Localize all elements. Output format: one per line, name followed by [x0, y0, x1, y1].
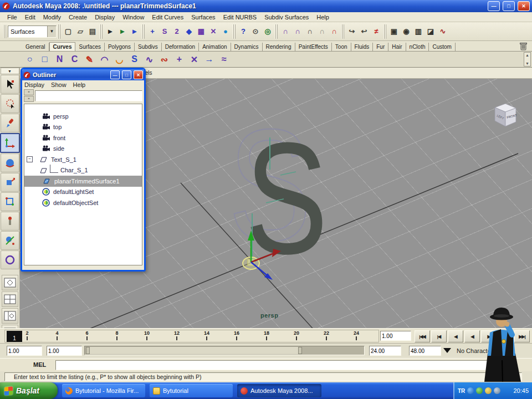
offset-curve-icon[interactable]: ≈: [217, 52, 232, 66]
shelf-tab-general[interactable]: General: [22, 43, 49, 51]
outliner-window[interactable]: Outliner — □ ✕ Display Show Help » » per…: [21, 68, 146, 272]
shelf-tab-hair[interactable]: Hair: [388, 43, 406, 51]
range-end-handle[interactable]: [298, 347, 302, 354]
menu-edit-curves[interactable]: Edit Curves: [148, 13, 187, 21]
snap-curve-icon[interactable]: ∩: [291, 25, 304, 38]
rotate-tool-button[interactable]: [1, 154, 19, 172]
frame-tick[interactable]: 4: [42, 330, 72, 342]
ep-curve-icon[interactable]: C: [67, 52, 82, 66]
play-backwards-button[interactable]: ◀: [464, 330, 480, 342]
taskbar-item-folder[interactable]: Bytutorial: [150, 384, 233, 397]
shelf-tab-surfaces[interactable]: Surfaces: [75, 43, 104, 51]
collapse-expander-icon[interactable]: −: [27, 156, 33, 162]
make-live-icon[interactable]: ∩: [328, 25, 340, 38]
mask-curves-icon[interactable]: 2: [171, 25, 183, 38]
attach-curves-icon[interactable]: ∾: [157, 52, 172, 66]
highlight-selection-icon[interactable]: ?: [237, 25, 249, 38]
nurbs-circle-icon[interactable]: ○: [22, 52, 37, 66]
minimize-button[interactable]: —: [488, 1, 500, 11]
outliner-title-bar[interactable]: Outliner — □ ✕: [22, 69, 144, 80]
outliner-item-defaultlightset[interactable]: defaultLightSet: [24, 187, 142, 198]
outliner-item-planartrimmedsurface1[interactable]: planarTrimmedSurface1: [24, 176, 142, 187]
mask-handles-icon[interactable]: +: [146, 25, 158, 38]
shelf-tab-fluids[interactable]: Fluids: [351, 43, 374, 51]
snap-grid-icon[interactable]: ∩: [279, 25, 291, 38]
outliner-filter-input[interactable]: [35, 90, 142, 101]
menu-file[interactable]: File: [3, 13, 21, 21]
outliner-item-persp[interactable]: persp: [24, 111, 142, 122]
frame-tick[interactable]: 20: [282, 330, 311, 342]
construction-history-icon[interactable]: ≠: [370, 25, 382, 38]
mask-surfaces-icon[interactable]: ◆: [183, 25, 195, 38]
save-scene-icon[interactable]: ▤: [86, 25, 99, 38]
layout-persp-outliner-button[interactable]: [2, 308, 18, 324]
taskbar-item-firefox[interactable]: Bytutorial - Mozilla Fir...: [62, 384, 145, 397]
statusline-grip[interactable]: [3, 25, 6, 38]
render-settings-icon[interactable]: ▥: [412, 25, 424, 38]
bezier-curve-icon[interactable]: S: [127, 52, 142, 66]
select-hierarchy-icon[interactable]: ►: [104, 25, 116, 38]
range-start-handle[interactable]: [86, 347, 90, 354]
last-tool-button[interactable]: [1, 250, 19, 269]
paint-effects-panel-icon[interactable]: ∿: [437, 25, 449, 38]
nurbs-square-icon[interactable]: □: [37, 52, 52, 66]
menu-create[interactable]: Create: [65, 13, 91, 21]
select-object-icon[interactable]: ►: [116, 25, 129, 38]
tray-app-icon[interactable]: [476, 387, 483, 394]
layout-four-pane-button[interactable]: [2, 291, 18, 307]
frame-tick[interactable]: 24: [341, 330, 371, 342]
menu-help[interactable]: Help: [313, 13, 333, 21]
frame-tick[interactable]: 22: [311, 330, 341, 342]
shelf-tab-toon[interactable]: Toon: [332, 43, 351, 51]
select-component-icon[interactable]: ►: [129, 25, 141, 38]
menu-display[interactable]: Display: [91, 13, 119, 21]
frame-tick[interactable]: 12: [162, 330, 192, 342]
outliner-item-char-s-1[interactable]: Char_S_1: [24, 165, 142, 176]
shelf-tab-custom[interactable]: Custom: [429, 43, 455, 51]
shelf-tab-subdivs[interactable]: Subdivs: [135, 43, 162, 51]
menu-edit-nurbs[interactable]: Edit NURBS: [219, 13, 261, 21]
menu-edit[interactable]: Edit: [21, 13, 39, 21]
lock-selection-icon[interactable]: ⊙: [249, 25, 262, 38]
messenger-icon[interactable]: [485, 387, 492, 394]
outliner-item-front[interactable]: front: [24, 132, 142, 144]
group-collapser[interactable]: [275, 24, 278, 39]
menu-modify[interactable]: Modify: [39, 13, 65, 21]
group-collapser[interactable]: [383, 24, 387, 39]
go-to-start-button[interactable]: |◀◀: [415, 330, 430, 342]
start-button[interactable]: Başlat: [0, 382, 58, 399]
outliner-menu-help[interactable]: Help: [73, 81, 89, 88]
frame-tick[interactable]: 14: [192, 330, 222, 342]
outliner-item-side[interactable]: side: [24, 144, 142, 155]
outliner-menu-display[interactable]: Display: [24, 81, 48, 88]
shelf-scroll[interactable]: ▲▼: [524, 52, 531, 66]
current-frame-indicator[interactable]: 1: [7, 331, 22, 342]
cv-curve-icon[interactable]: N: [52, 52, 67, 66]
close-button[interactable]: ✕: [518, 1, 530, 11]
shelf-tab-dynamics[interactable]: Dynamics: [231, 43, 263, 51]
layout-single-pane-button[interactable]: [2, 275, 18, 290]
trash-icon[interactable]: [519, 42, 528, 50]
maximize-button[interactable]: □: [503, 1, 515, 11]
menu-surfaces[interactable]: Surfaces: [187, 13, 219, 21]
outliner-menu-show[interactable]: Show: [51, 81, 70, 88]
timeline-ticks[interactable]: 2 4 6 8 10 12 14 16 18 20 22 24: [12, 330, 371, 342]
animation-start-field[interactable]: [47, 346, 82, 356]
group-collapser[interactable]: [58, 24, 61, 39]
toolbox-collapse-button[interactable]: ▼: [1, 68, 19, 74]
step-back-frame-button[interactable]: |◀: [431, 330, 447, 342]
frame-tick[interactable]: 16: [222, 330, 252, 342]
outliner-item-top[interactable]: top: [24, 122, 142, 133]
mask-dynamics-icon[interactable]: ✕: [207, 25, 219, 38]
group-collapser[interactable]: [142, 24, 145, 39]
input-connections-icon[interactable]: ↪: [346, 25, 358, 38]
extend-curve-icon[interactable]: →: [202, 52, 217, 66]
frame-tick[interactable]: 10: [132, 330, 162, 342]
mask-deformations-icon[interactable]: ▦: [195, 25, 207, 38]
show-manipulator-tool-button[interactable]: [1, 231, 19, 250]
range-slider-bar[interactable]: [86, 347, 302, 354]
mask-rendering-icon[interactable]: ●: [219, 25, 232, 38]
mask-joints-icon[interactable]: S: [158, 25, 171, 38]
open-scene-icon[interactable]: ▱: [74, 25, 86, 38]
shelf-tab-ncloth[interactable]: nCloth: [406, 43, 429, 51]
